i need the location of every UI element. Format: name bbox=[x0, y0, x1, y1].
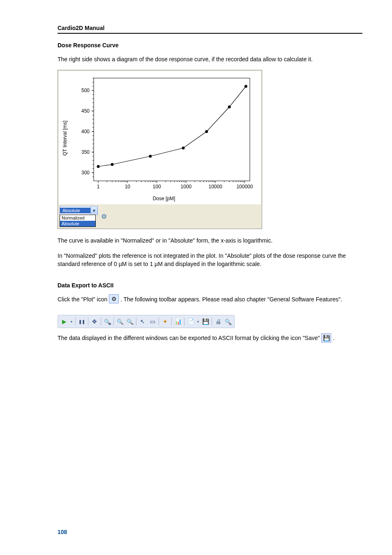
svg-point-88 bbox=[97, 165, 100, 168]
export-toolbar: ▶▾❚❚✥🔍✥🔍−🔍+↖▭✦📊📄▾💾🖨🔍▭ bbox=[58, 315, 235, 328]
svg-point-92 bbox=[205, 130, 208, 133]
svg-point-91 bbox=[182, 147, 184, 150]
para-export-save: The data displayed in the different wind… bbox=[58, 334, 362, 343]
toolbar-separator bbox=[171, 317, 172, 326]
option-absolute[interactable]: Absolute bbox=[60, 221, 95, 227]
chart-ylabel: QT Interval [ms] bbox=[62, 121, 68, 156]
select-rect-icon[interactable]: ▭ bbox=[148, 317, 157, 326]
svg-text:450: 450 bbox=[81, 108, 90, 114]
chevron-down-icon[interactable]: ▼ bbox=[90, 207, 97, 214]
intro-paragraph: The right side shows a diagram of the do… bbox=[58, 55, 362, 63]
toolbar-separator bbox=[212, 317, 212, 326]
svg-text:350: 350 bbox=[81, 149, 90, 155]
page-number: 108 bbox=[58, 529, 67, 535]
preview-icon[interactable]: 🔍▭ bbox=[224, 317, 233, 326]
svg-text:100000: 100000 bbox=[236, 184, 253, 190]
plot-settings-icon[interactable]: ⚙ bbox=[101, 213, 107, 220]
svg-point-90 bbox=[149, 155, 152, 158]
page-header: Cardio2D Manual bbox=[58, 25, 362, 34]
svg-text:10000: 10000 bbox=[208, 184, 222, 190]
zoom-in-icon[interactable]: 🔍+ bbox=[125, 317, 134, 326]
svg-text:10: 10 bbox=[125, 184, 131, 190]
copy-icon[interactable]: 📄 bbox=[186, 317, 195, 326]
save-icon[interactable]: 💾 bbox=[201, 317, 210, 326]
chart-mode-options[interactable]: Normalized Absolute bbox=[60, 215, 96, 227]
copy-dropdown-icon[interactable]: ▾ bbox=[196, 317, 200, 326]
chart-mode-selected: Absolute bbox=[60, 208, 90, 213]
chart-icon[interactable]: 📊 bbox=[173, 317, 182, 326]
para-click-plot: Click the "Plot" icon ⚙ . The following … bbox=[58, 295, 362, 304]
para-reference-scale: In "Normalized" plots the reference is n… bbox=[58, 252, 362, 268]
center-icon[interactable]: ✦ bbox=[161, 317, 170, 326]
plot-icon: ⚙ bbox=[109, 294, 119, 303]
svg-text:1: 1 bbox=[97, 184, 100, 190]
para-click-plot-a: Click the "Plot" icon bbox=[58, 296, 109, 303]
svg-text:100: 100 bbox=[153, 184, 161, 190]
para-normalized-absolute: The curve is available in "Normalized" o… bbox=[58, 236, 362, 245]
zoom-out-icon[interactable]: 🔍− bbox=[115, 317, 125, 326]
svg-point-89 bbox=[111, 163, 114, 166]
chart-mode-dropdown[interactable]: Absolute ▼ bbox=[60, 206, 98, 215]
toolbar-separator bbox=[136, 317, 136, 326]
option-normalized[interactable]: Normalized bbox=[60, 215, 95, 221]
play-icon[interactable]: ▶ bbox=[60, 317, 69, 326]
svg-rect-0 bbox=[94, 78, 250, 181]
para-export-save-a: The data displayed in the different wind… bbox=[58, 335, 321, 341]
svg-point-94 bbox=[244, 85, 247, 88]
pause-icon[interactable]: ❚❚ bbox=[77, 317, 86, 326]
chart-plot-area: 300350400450500110100100010000100000 bbox=[69, 74, 254, 193]
print-icon[interactable]: 🖨 bbox=[214, 317, 223, 326]
para-click-plot-b: . The following toolbar appears. Please … bbox=[120, 296, 342, 303]
svg-text:400: 400 bbox=[81, 129, 90, 134]
toolbar-separator bbox=[159, 317, 159, 326]
dose-response-chart: QT Interval [ms] 30035040045050011010010… bbox=[58, 70, 262, 229]
para-export-save-b: . bbox=[333, 335, 334, 341]
pointer-icon[interactable]: ↖ bbox=[138, 317, 147, 326]
toolbar-separator bbox=[113, 317, 114, 326]
svg-text:1000: 1000 bbox=[181, 184, 192, 190]
move-icon[interactable]: ✥ bbox=[90, 317, 99, 326]
svg-text:300: 300 bbox=[81, 170, 90, 176]
svg-point-93 bbox=[228, 106, 231, 109]
dropdown-icon[interactable]: ▾ bbox=[69, 317, 74, 326]
toolbar-separator bbox=[88, 317, 88, 326]
svg-text:500: 500 bbox=[81, 88, 90, 93]
zoom-fit-icon[interactable]: 🔍✥ bbox=[103, 317, 112, 326]
chart-xlabel: Dose [pM] bbox=[69, 193, 259, 202]
section-heading-data-export: Data Export to ASCII bbox=[58, 282, 362, 289]
section-heading-dose-response: Dose Response Curve bbox=[58, 42, 362, 49]
toolbar-separator bbox=[101, 317, 101, 326]
toolbar-separator bbox=[75, 317, 76, 326]
save-icon: 💾 bbox=[321, 333, 331, 342]
toolbar-separator bbox=[184, 317, 184, 326]
